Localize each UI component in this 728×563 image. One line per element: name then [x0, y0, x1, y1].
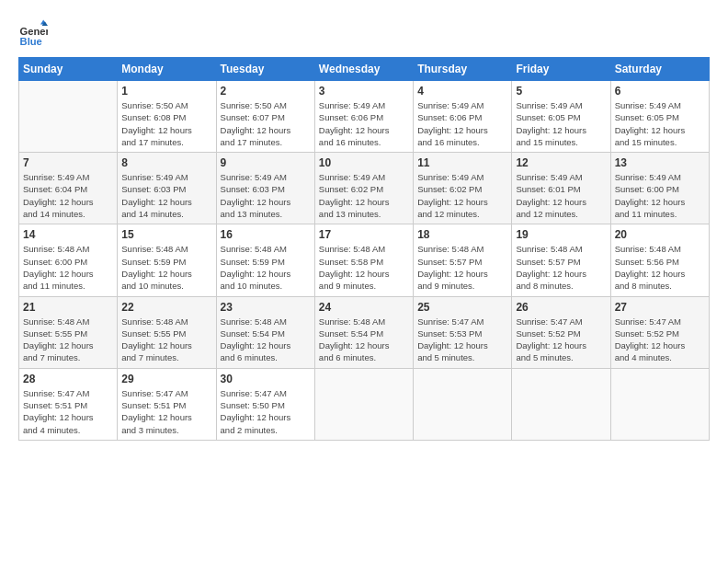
day-number: 20	[615, 228, 705, 241]
day-info: Sunrise: 5:47 AM Sunset: 5:51 PM Dayligh…	[23, 387, 113, 436]
calendar-cell: 2Sunrise: 5:50 AM Sunset: 6:07 PM Daylig…	[216, 81, 314, 153]
day-number: 18	[417, 228, 507, 241]
day-info: Sunrise: 5:49 AM Sunset: 6:04 PM Dayligh…	[23, 171, 113, 220]
calendar-cell	[314, 368, 413, 440]
day-info: Sunrise: 5:48 AM Sunset: 5:58 PM Dayligh…	[319, 243, 409, 292]
day-info: Sunrise: 5:48 AM Sunset: 6:00 PM Dayligh…	[23, 243, 113, 292]
day-info: Sunrise: 5:47 AM Sunset: 5:53 PM Dayligh…	[417, 316, 507, 364]
calendar-cell: 23Sunrise: 5:48 AM Sunset: 5:54 PM Dayli…	[216, 296, 314, 368]
calendar-cell: 6Sunrise: 5:49 AM Sunset: 6:05 PM Daylig…	[610, 81, 709, 153]
day-info: Sunrise: 5:49 AM Sunset: 6:06 PM Dayligh…	[417, 99, 507, 148]
calendar-cell: 27Sunrise: 5:47 AM Sunset: 5:52 PM Dayli…	[610, 296, 709, 368]
day-number: 4	[417, 85, 507, 98]
day-info: Sunrise: 5:48 AM Sunset: 5:59 PM Dayligh…	[121, 243, 211, 292]
day-number: 11	[417, 156, 507, 169]
page-header: General Blue	[18, 18, 710, 48]
calendar-week-row: 14Sunrise: 5:48 AM Sunset: 6:00 PM Dayli…	[19, 224, 710, 296]
day-info: Sunrise: 5:48 AM Sunset: 5:57 PM Dayligh…	[417, 243, 507, 292]
day-number: 5	[516, 85, 606, 98]
day-number: 10	[319, 156, 409, 169]
calendar-week-row: 28Sunrise: 5:47 AM Sunset: 5:51 PM Dayli…	[19, 368, 710, 440]
calendar-cell: 22Sunrise: 5:48 AM Sunset: 5:55 PM Dayli…	[118, 296, 216, 368]
calendar-cell	[414, 368, 512, 440]
weekday-header-monday: Monday	[118, 58, 216, 81]
day-number: 27	[615, 301, 705, 314]
day-info: Sunrise: 5:49 AM Sunset: 6:01 PM Dayligh…	[516, 171, 606, 220]
svg-text:General: General	[20, 26, 48, 37]
calendar-cell: 28Sunrise: 5:47 AM Sunset: 5:51 PM Dayli…	[19, 368, 118, 440]
day-number: 16	[221, 228, 311, 241]
calendar-cell: 13Sunrise: 5:49 AM Sunset: 6:00 PM Dayli…	[610, 153, 709, 224]
calendar-cell: 11Sunrise: 5:49 AM Sunset: 6:02 PM Dayli…	[414, 153, 512, 224]
calendar-cell: 3Sunrise: 5:49 AM Sunset: 6:06 PM Daylig…	[314, 81, 413, 153]
day-info: Sunrise: 5:48 AM Sunset: 5:55 PM Dayligh…	[121, 316, 211, 364]
day-number: 23	[221, 301, 311, 314]
weekday-header-friday: Friday	[512, 58, 610, 81]
calendar-cell: 20Sunrise: 5:48 AM Sunset: 5:56 PM Dayli…	[610, 224, 709, 296]
day-number: 29	[121, 373, 211, 385]
day-number: 19	[516, 228, 606, 241]
day-info: Sunrise: 5:49 AM Sunset: 6:02 PM Dayligh…	[417, 171, 507, 220]
day-number: 7	[23, 156, 113, 169]
calendar-cell: 4Sunrise: 5:49 AM Sunset: 6:06 PM Daylig…	[414, 81, 512, 153]
calendar-cell: 7Sunrise: 5:49 AM Sunset: 6:04 PM Daylig…	[19, 153, 118, 224]
calendar-cell: 14Sunrise: 5:48 AM Sunset: 6:00 PM Dayli…	[19, 224, 118, 296]
day-number: 13	[615, 156, 705, 169]
logo-icon: General Blue	[18, 18, 48, 48]
day-number: 22	[121, 301, 211, 314]
calendar-cell: 16Sunrise: 5:48 AM Sunset: 5:59 PM Dayli…	[216, 224, 314, 296]
calendar-week-row: 21Sunrise: 5:48 AM Sunset: 5:55 PM Dayli…	[19, 296, 710, 368]
day-info: Sunrise: 5:48 AM Sunset: 5:54 PM Dayligh…	[221, 316, 311, 364]
day-info: Sunrise: 5:50 AM Sunset: 6:07 PM Dayligh…	[221, 99, 311, 148]
calendar-cell: 21Sunrise: 5:48 AM Sunset: 5:55 PM Dayli…	[19, 296, 118, 368]
day-info: Sunrise: 5:48 AM Sunset: 5:57 PM Dayligh…	[516, 243, 606, 292]
day-info: Sunrise: 5:48 AM Sunset: 5:55 PM Dayligh…	[23, 316, 113, 364]
day-info: Sunrise: 5:47 AM Sunset: 5:52 PM Dayligh…	[516, 316, 606, 364]
calendar-cell: 12Sunrise: 5:49 AM Sunset: 6:01 PM Dayli…	[512, 153, 610, 224]
calendar-cell: 30Sunrise: 5:47 AM Sunset: 5:50 PM Dayli…	[216, 368, 314, 440]
calendar-cell: 19Sunrise: 5:48 AM Sunset: 5:57 PM Dayli…	[512, 224, 610, 296]
day-number: 21	[23, 301, 113, 314]
calendar-cell: 25Sunrise: 5:47 AM Sunset: 5:53 PM Dayli…	[414, 296, 512, 368]
day-number: 9	[221, 156, 311, 169]
calendar-cell: 26Sunrise: 5:47 AM Sunset: 5:52 PM Dayli…	[512, 296, 610, 368]
day-number: 14	[23, 228, 113, 241]
calendar-cell: 8Sunrise: 5:49 AM Sunset: 6:03 PM Daylig…	[118, 153, 216, 224]
day-info: Sunrise: 5:47 AM Sunset: 5:50 PM Dayligh…	[221, 387, 311, 436]
calendar-cell: 15Sunrise: 5:48 AM Sunset: 5:59 PM Dayli…	[118, 224, 216, 296]
day-info: Sunrise: 5:49 AM Sunset: 6:03 PM Dayligh…	[221, 171, 311, 220]
weekday-header-thursday: Thursday	[414, 58, 512, 81]
day-info: Sunrise: 5:49 AM Sunset: 6:05 PM Dayligh…	[615, 99, 705, 148]
day-number: 1	[121, 85, 211, 98]
weekday-header-sunday: Sunday	[19, 58, 118, 81]
calendar-week-row: 7Sunrise: 5:49 AM Sunset: 6:04 PM Daylig…	[19, 153, 710, 224]
calendar-cell	[610, 368, 709, 440]
day-info: Sunrise: 5:48 AM Sunset: 5:56 PM Dayligh…	[615, 243, 705, 292]
calendar-cell	[19, 81, 118, 153]
weekday-header-tuesday: Tuesday	[216, 58, 314, 81]
weekday-header-wednesday: Wednesday	[314, 58, 413, 81]
day-number: 30	[221, 373, 311, 385]
day-number: 15	[121, 228, 211, 241]
day-info: Sunrise: 5:50 AM Sunset: 6:08 PM Dayligh…	[121, 99, 211, 148]
svg-text:Blue: Blue	[20, 36, 42, 47]
day-info: Sunrise: 5:47 AM Sunset: 5:52 PM Dayligh…	[615, 316, 705, 364]
day-number: 17	[319, 228, 409, 241]
weekday-header-row: SundayMondayTuesdayWednesdayThursdayFrid…	[19, 58, 710, 81]
day-number: 26	[516, 301, 606, 314]
calendar-cell: 10Sunrise: 5:49 AM Sunset: 6:02 PM Dayli…	[314, 153, 413, 224]
day-number: 8	[121, 156, 211, 169]
day-number: 12	[516, 156, 606, 169]
day-number: 3	[319, 85, 409, 98]
calendar-cell: 29Sunrise: 5:47 AM Sunset: 5:51 PM Dayli…	[118, 368, 216, 440]
day-info: Sunrise: 5:49 AM Sunset: 6:02 PM Dayligh…	[319, 171, 409, 220]
day-info: Sunrise: 5:48 AM Sunset: 5:54 PM Dayligh…	[319, 316, 409, 364]
calendar-cell: 24Sunrise: 5:48 AM Sunset: 5:54 PM Dayli…	[314, 296, 413, 368]
calendar-cell: 18Sunrise: 5:48 AM Sunset: 5:57 PM Dayli…	[414, 224, 512, 296]
day-info: Sunrise: 5:49 AM Sunset: 6:05 PM Dayligh…	[516, 99, 606, 148]
calendar-cell: 17Sunrise: 5:48 AM Sunset: 5:58 PM Dayli…	[314, 224, 413, 296]
day-number: 24	[319, 301, 409, 314]
day-info: Sunrise: 5:49 AM Sunset: 6:06 PM Dayligh…	[319, 99, 409, 148]
calendar-table: SundayMondayTuesdayWednesdayThursdayFrid…	[18, 57, 710, 441]
logo: General Blue	[18, 18, 51, 48]
